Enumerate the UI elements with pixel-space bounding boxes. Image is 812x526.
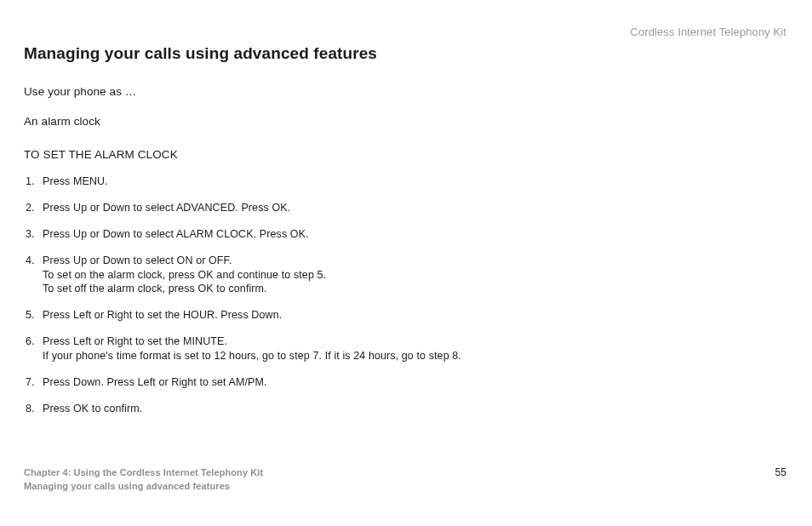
list-item: Press Up or Down to select ON or OFF. To…	[43, 254, 786, 297]
step-text: Press OK to confirm.	[43, 403, 142, 415]
footer-section-line: Managing your calls using advanced featu…	[24, 480, 263, 494]
step-text: Press Up or Down to select ON or OFF.	[43, 254, 232, 266]
step-text: Press Left or Right to set the MINUTE.	[43, 335, 227, 347]
list-item: Press Up or Down to select ADVANCED. Pre…	[43, 201, 786, 215]
list-item: Press Left or Right to set the MINUTE. I…	[43, 334, 786, 363]
step-extra: If your phone's time format is set to 12…	[43, 349, 786, 363]
step-extra: To set on the alarm clock, press OK and …	[43, 268, 786, 283]
list-item: Press MENU.	[43, 174, 786, 189]
step-text: Press Left or Right to set the HOUR. Pre…	[43, 309, 282, 321]
footer-left: Chapter 4: Using the Cordless Internet T…	[24, 466, 263, 494]
procedure-heading: TO SET THE ALARM CLOCK	[24, 148, 786, 161]
list-item: Press Left or Right to set the HOUR. Pre…	[43, 308, 786, 323]
section-name: An alarm clock	[24, 115, 786, 128]
step-text: Press MENU.	[43, 175, 108, 187]
procedure-steps: Press MENU. Press Up or Down to select A…	[24, 174, 786, 416]
list-item: Press Down. Press Left or Right to set A…	[43, 375, 786, 390]
subtitle-intro: Use your phone as …	[24, 85, 786, 98]
list-item: Press Up or Down to select ALARM CLOCK. …	[43, 227, 786, 242]
page-container: Cordless Internet Telephony Kit Managing…	[0, 0, 812, 526]
step-text: Press Up or Down to select ADVANCED. Pre…	[43, 202, 290, 214]
step-extra: To set off the alarm clock, press OK to …	[43, 282, 786, 296]
step-text: Press Up or Down to select ALARM CLOCK. …	[43, 228, 309, 240]
list-item: Press OK to confirm.	[43, 402, 786, 416]
footer-page-number: 55	[775, 466, 786, 478]
step-text: Press Down. Press Left or Right to set A…	[43, 376, 267, 388]
footer-chapter-line: Chapter 4: Using the Cordless Internet T…	[24, 466, 263, 480]
page-title: Managing your calls using advanced featu…	[24, 44, 786, 63]
page-footer: Chapter 4: Using the Cordless Internet T…	[24, 466, 786, 494]
running-head: Cordless Internet Telephony Kit	[630, 26, 786, 38]
